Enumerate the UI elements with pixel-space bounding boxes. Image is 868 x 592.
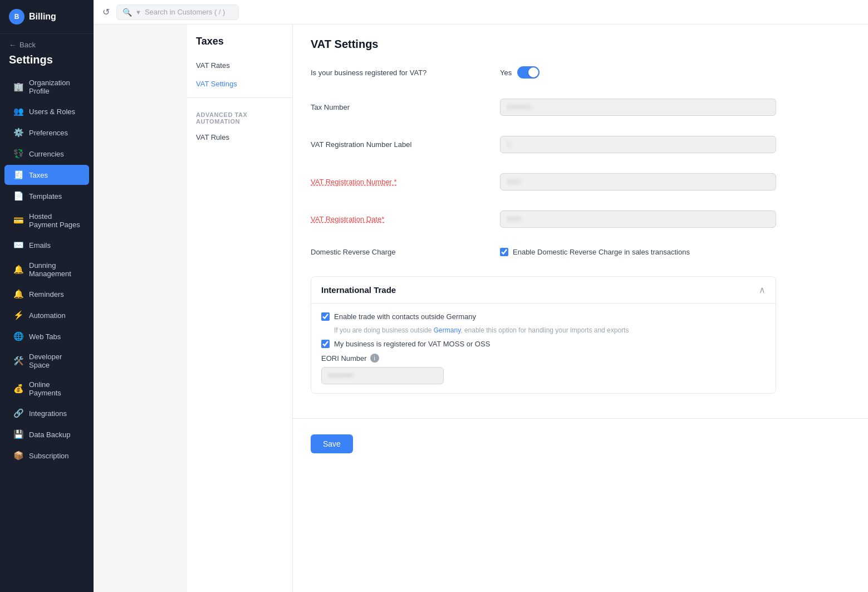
web-tabs-icon: 🌐 bbox=[13, 331, 23, 341]
sidebar-item-users-roles[interactable]: 👥 Users & Roles bbox=[4, 101, 89, 121]
app-logo[interactable]: B Billing bbox=[0, 0, 94, 34]
content-inner: VAT Settings Is your business registered… bbox=[293, 25, 794, 418]
taxes-menu-item-vat-settings[interactable]: VAT Settings bbox=[187, 75, 292, 93]
sidebar-item-label: Integrations bbox=[29, 409, 67, 418]
vat-reg-label-row: VAT Registration Number Label bbox=[311, 136, 776, 163]
page-title: VAT Settings bbox=[311, 38, 776, 51]
business-registered-control: Yes bbox=[500, 66, 776, 79]
tax-number-control bbox=[500, 99, 776, 116]
sidebar-item-label: Subscription bbox=[29, 452, 69, 460]
sidebar-item-preferences[interactable]: ⚙️ Preferences bbox=[4, 123, 89, 143]
sidebar-item-data-backup[interactable]: 💾 Data Backup bbox=[4, 424, 89, 444]
eori-info-icon[interactable]: i bbox=[370, 354, 379, 363]
sidebar-item-dunning[interactable]: 🔔 Dunning Management bbox=[4, 256, 89, 283]
sidebar-item-templates[interactable]: 📄 Templates bbox=[4, 186, 89, 206]
tax-number-row: Tax Number bbox=[311, 99, 776, 126]
advanced-tax-label: ADVANCED TAX AUTOMATION bbox=[187, 102, 292, 128]
vat-reg-label-input[interactable] bbox=[500, 136, 776, 153]
sidebar: B Billing ← Back Settings 🏢 Organization… bbox=[0, 0, 94, 592]
sidebar-item-label: Templates bbox=[29, 192, 62, 200]
intl-trade-check2-row: My business is registered for VAT MOSS o… bbox=[321, 340, 766, 348]
sidebar-item-currencies[interactable]: 💱 Currencies bbox=[4, 144, 89, 164]
vat-reg-number-row: VAT Registration Number * bbox=[311, 173, 776, 200]
sidebar-item-org-profile[interactable]: 🏢 Organization Profile bbox=[4, 74, 89, 100]
sidebar-item-web-tabs[interactable]: 🌐 Web Tabs bbox=[4, 326, 89, 346]
sidebar-item-label: Users & Roles bbox=[29, 107, 75, 116]
intl-trade-check1-label: Enable trade with contacts outside Germa… bbox=[334, 312, 476, 321]
taxes-menu-item-vat-rules[interactable]: VAT Rules bbox=[187, 128, 292, 146]
search-icon: 🔍 bbox=[122, 8, 132, 17]
app-title: Billing bbox=[29, 12, 56, 22]
sidebar-item-automation[interactable]: ⚡ Automation bbox=[4, 305, 89, 325]
currencies-icon: 💱 bbox=[13, 149, 23, 159]
toggle-yes-label: Yes bbox=[500, 69, 512, 77]
domestic-reverse-checkbox[interactable] bbox=[500, 248, 508, 256]
toggle-knob bbox=[528, 67, 538, 77]
refresh-icon[interactable]: ↺ bbox=[102, 7, 110, 17]
vat-registered-toggle[interactable] bbox=[517, 66, 540, 79]
taxes-icon: 🧾 bbox=[13, 170, 23, 180]
eori-label-text: EORI Number bbox=[321, 354, 367, 363]
vat-reg-date-input[interactable] bbox=[500, 211, 776, 228]
intl-trade-check1-row: Enable trade with contacts outside Germa… bbox=[321, 312, 766, 321]
sidebar-item-online-payments[interactable]: 💰 Online Payments bbox=[4, 375, 89, 402]
dunning-icon: 🔔 bbox=[13, 265, 23, 275]
emails-icon: ✉️ bbox=[13, 240, 23, 250]
business-registered-row: Is your business registered for VAT? Yes bbox=[311, 66, 776, 89]
users-roles-icon: 👥 bbox=[13, 106, 23, 116]
taxes-menu-item-vat-rates[interactable]: VAT Rates bbox=[187, 56, 292, 75]
templates-icon: 📄 bbox=[13, 191, 23, 201]
org-profile-icon: 🏢 bbox=[13, 82, 23, 92]
germany-link[interactable]: Germany bbox=[434, 326, 460, 334]
intl-trade-check1[interactable] bbox=[321, 312, 330, 321]
content-footer: Save bbox=[293, 418, 868, 462]
sidebar-item-label: Reminders bbox=[29, 290, 64, 299]
international-trade-header[interactable]: International Trade ∧ bbox=[311, 277, 776, 303]
sidebar-item-label: Developer Space bbox=[29, 353, 80, 369]
automation-icon: ⚡ bbox=[13, 310, 23, 320]
domestic-reverse-control: Enable Domestic Reverse Charge in sales … bbox=[500, 248, 776, 256]
sidebar-item-developer-space[interactable]: 🛠️ Developer Space bbox=[4, 348, 89, 374]
developer-space-icon: 🛠️ bbox=[13, 356, 23, 366]
sidebar-item-label: Organization Profile bbox=[29, 79, 80, 95]
international-trade-title: International Trade bbox=[321, 285, 396, 295]
back-button[interactable]: ← Back bbox=[0, 34, 94, 51]
vat-reg-label-label: VAT Registration Number Label bbox=[311, 140, 500, 149]
eori-label: EORI Number i bbox=[321, 354, 766, 363]
intl-trade-check2[interactable] bbox=[321, 340, 330, 348]
sidebar-item-taxes[interactable]: 🧾 Taxes bbox=[4, 165, 89, 185]
sidebar-item-label: Online Payments bbox=[29, 380, 80, 397]
domestic-reverse-check-text: Enable Domestic Reverse Charge in sales … bbox=[513, 248, 690, 256]
chevron-up-icon: ∧ bbox=[759, 285, 766, 295]
search-bar[interactable]: 🔍 ▼ bbox=[116, 4, 239, 20]
sidebar-item-hosted-payment[interactable]: 💳 Hosted Payment Pages bbox=[4, 207, 89, 234]
sidebar-item-label: Currencies bbox=[29, 150, 64, 158]
save-button[interactable]: Save bbox=[311, 434, 353, 453]
sidebar-item-label: Emails bbox=[29, 241, 51, 249]
search-dropdown-icon[interactable]: ▼ bbox=[135, 9, 141, 16]
domestic-reverse-row: Domestic Reverse Charge Enable Domestic … bbox=[311, 248, 776, 266]
sidebar-item-label: Data Backup bbox=[29, 430, 70, 439]
vat-reg-number-input[interactable] bbox=[500, 173, 776, 190]
sidebar-item-label: Preferences bbox=[29, 129, 68, 137]
hosted-payment-icon: 💳 bbox=[13, 216, 23, 226]
preferences-icon: ⚙️ bbox=[13, 128, 23, 138]
eori-input[interactable] bbox=[321, 367, 444, 384]
intl-trade-check1-hint: If you are doing business outside German… bbox=[334, 326, 766, 334]
tax-number-input[interactable] bbox=[500, 99, 776, 116]
vat-reg-label-control bbox=[500, 136, 776, 153]
international-trade-body: Enable trade with contacts outside Germa… bbox=[311, 303, 776, 393]
sidebar-item-reminders[interactable]: 🔔 Reminders bbox=[4, 284, 89, 304]
sidebar-item-subscription[interactable]: 📦 Subscription bbox=[4, 446, 89, 466]
tax-number-label: Tax Number bbox=[311, 103, 500, 111]
back-label: Back bbox=[19, 41, 36, 49]
search-input[interactable] bbox=[145, 8, 233, 16]
sidebar-item-integrations[interactable]: 🔗 Integrations bbox=[4, 403, 89, 423]
taxes-divider bbox=[187, 97, 292, 98]
domestic-reverse-check-label[interactable]: Enable Domestic Reverse Charge in sales … bbox=[500, 248, 776, 256]
back-arrow-icon: ← bbox=[9, 41, 16, 49]
sidebar-item-emails[interactable]: ✉️ Emails bbox=[4, 235, 89, 255]
toggle-row: Yes bbox=[500, 66, 776, 79]
online-payments-icon: 💰 bbox=[13, 384, 23, 394]
sidebar-item-label: Dunning Management bbox=[29, 261, 80, 278]
